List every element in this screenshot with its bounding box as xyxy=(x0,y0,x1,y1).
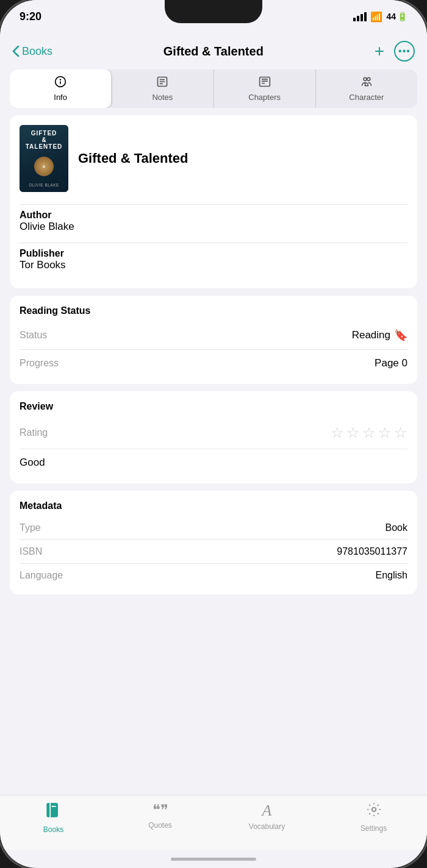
back-button[interactable]: Books xyxy=(12,45,52,58)
progress-label: Progress xyxy=(20,358,59,369)
divider-3 xyxy=(20,349,407,350)
tab-chapters[interactable]: Chapters xyxy=(214,69,316,108)
reading-status-title: Reading Status xyxy=(20,305,407,316)
tab-info-label: Info xyxy=(54,93,67,102)
author-info: Author Olivie Blake xyxy=(20,207,407,240)
cover-title-line2: & xyxy=(41,137,46,143)
home-bar xyxy=(171,858,256,861)
status-row: Status Reading 🔖 xyxy=(20,324,407,347)
vocabulary-tab-icon: A xyxy=(262,802,272,820)
type-label: Type xyxy=(20,522,41,533)
metadata-title: Metadata xyxy=(20,500,407,511)
nav-bar: Books Gifted & Talented + ••• xyxy=(0,33,427,69)
signal-bars-icon xyxy=(353,12,367,21)
phone-screen: 9:20 📶 44 🔋 Book xyxy=(0,0,427,868)
svg-rect-13 xyxy=(51,806,56,807)
character-tab-icon xyxy=(361,76,373,91)
reading-status-card: Reading Status Status Reading 🔖 Progress… xyxy=(10,296,417,384)
wifi-icon: 📶 xyxy=(370,11,382,23)
good-label: Good xyxy=(20,457,45,468)
quotes-tab-label: Quotes xyxy=(148,821,172,830)
rating-row: Rating ☆ ☆ ☆ ☆ ☆ xyxy=(20,419,407,446)
bottom-tab-settings[interactable]: Settings xyxy=(320,802,427,833)
status-value-text: Reading xyxy=(352,329,390,341)
bottom-tab-bar: Books ❝❞ Quotes A Vocabulary Settings xyxy=(0,795,427,850)
books-tab-label: Books xyxy=(43,825,63,834)
cover-author: OLIVIE BLAKE xyxy=(29,183,59,187)
isbn-label: ISBN xyxy=(20,546,42,557)
star-2[interactable]: ☆ xyxy=(346,424,360,441)
type-value: Book xyxy=(386,522,407,533)
star-1[interactable]: ☆ xyxy=(331,424,344,441)
tab-info[interactable]: Info xyxy=(10,69,112,108)
status-icons: 📶 44 🔋 xyxy=(353,11,407,23)
divider-6 xyxy=(20,563,407,564)
notch xyxy=(165,0,262,23)
svg-point-12 xyxy=(367,77,370,80)
star-5[interactable]: ☆ xyxy=(394,424,407,441)
cover-title-line3: TALENTED xyxy=(26,143,63,150)
quotes-tab-icon: ❝❞ xyxy=(152,802,168,819)
divider-1 xyxy=(20,204,407,205)
tab-notes[interactable]: Notes xyxy=(112,69,214,108)
status-time: 9:20 xyxy=(20,10,41,23)
nav-actions: + ••• xyxy=(375,41,415,62)
cover-title-line1: GIFTED xyxy=(31,130,57,137)
notes-tab-icon xyxy=(156,76,168,91)
tab-character[interactable]: Character xyxy=(316,69,417,108)
book-info-card: GIFTED & TALENTED & OLIVIE BLAKE Gifted … xyxy=(10,115,417,288)
add-button[interactable]: + xyxy=(375,41,384,61)
tab-character-label: Character xyxy=(349,93,384,102)
battery-level: 44 xyxy=(386,12,396,21)
author-value: Olivie Blake xyxy=(20,221,407,233)
publisher-label: Publisher xyxy=(20,248,407,259)
rating-label: Rating xyxy=(20,427,48,438)
battery-symbol: 🔋 xyxy=(397,12,407,21)
star-4[interactable]: ☆ xyxy=(378,424,392,441)
star-rating[interactable]: ☆ ☆ ☆ ☆ ☆ xyxy=(331,424,407,441)
bottom-tab-books[interactable]: Books xyxy=(0,802,107,834)
language-label: Language xyxy=(20,570,63,581)
bottom-tab-vocabulary[interactable]: A Vocabulary xyxy=(214,802,320,831)
more-button[interactable]: ••• xyxy=(394,41,415,62)
more-icon: ••• xyxy=(398,46,411,56)
progress-row: Progress Page 0 xyxy=(20,352,407,374)
book-title: Gifted & Talented xyxy=(78,151,188,166)
battery-icon: 44 🔋 xyxy=(386,12,407,21)
review-title: Review xyxy=(20,401,407,412)
books-tab-icon xyxy=(45,802,62,823)
divider-2 xyxy=(20,243,407,243)
divider-5 xyxy=(20,539,407,540)
tab-segment: Info Notes xyxy=(10,69,417,108)
bottom-tab-quotes[interactable]: ❝❞ Quotes xyxy=(107,802,214,830)
star-3[interactable]: ☆ xyxy=(362,424,376,441)
review-card: Review Rating ☆ ☆ ☆ ☆ ☆ Good xyxy=(10,391,417,483)
isbn-row: ISBN 9781035011377 xyxy=(20,542,407,561)
vocabulary-tab-label: Vocabulary xyxy=(249,822,285,831)
info-tab-icon xyxy=(54,76,66,91)
bookmark-icon: 🔖 xyxy=(394,329,407,342)
book-cover: GIFTED & TALENTED & OLIVIE BLAKE xyxy=(20,125,68,192)
svg-point-11 xyxy=(364,77,367,80)
settings-tab-label: Settings xyxy=(361,824,387,833)
isbn-value: 9781035011377 xyxy=(337,546,407,557)
chevron-left-icon xyxy=(12,45,20,57)
tab-chapters-label: Chapters xyxy=(248,93,281,102)
author-label: Author xyxy=(20,210,407,221)
tab-notes-label: Notes xyxy=(152,93,173,102)
chapters-tab-icon xyxy=(259,76,271,91)
back-label: Books xyxy=(22,45,52,58)
metadata-card: Metadata Type Book ISBN 9781035011377 La… xyxy=(10,491,417,594)
main-content: GIFTED & TALENTED & OLIVIE BLAKE Gifted … xyxy=(0,115,427,795)
svg-point-14 xyxy=(371,808,376,812)
publisher-value: Tor Books xyxy=(20,259,407,271)
cover-emblem: & xyxy=(34,157,54,176)
divider-4 xyxy=(20,449,407,449)
status-row-value: Reading 🔖 xyxy=(352,329,407,342)
publisher-info: Publisher Tor Books xyxy=(20,246,407,279)
status-row-label: Status xyxy=(20,330,47,341)
phone-frame: 9:20 📶 44 🔋 Book xyxy=(0,0,427,868)
language-row: Language English xyxy=(20,566,407,585)
home-indicator xyxy=(0,850,427,868)
progress-value: Page 0 xyxy=(375,357,407,369)
